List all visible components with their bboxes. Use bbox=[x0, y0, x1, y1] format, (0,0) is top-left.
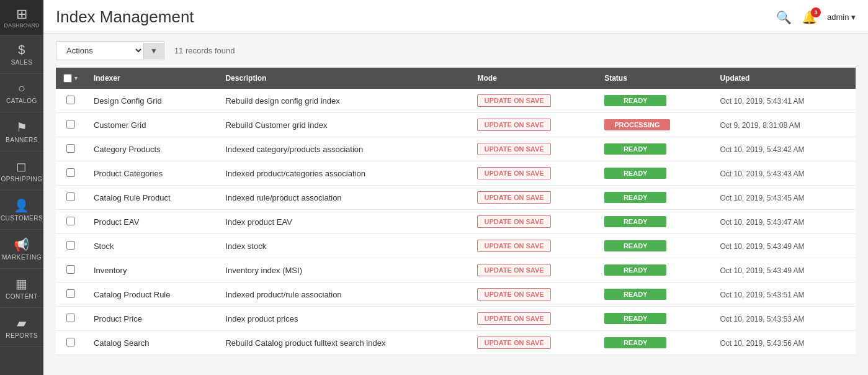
row-indexer: Catalog Search bbox=[86, 331, 218, 355]
mode-badge[interactable]: UPDATE ON SAVE bbox=[477, 240, 550, 252]
status-badge: READY bbox=[604, 313, 666, 324]
mode-badge[interactable]: UPDATE ON SAVE bbox=[477, 191, 550, 204]
opshipping-icon: ◻ bbox=[16, 159, 27, 174]
row-checkbox-cell[interactable] bbox=[56, 161, 86, 186]
table-row: Customer Grid Rebuild Customer grid inde… bbox=[56, 113, 856, 137]
sidebar-item-opshipping[interactable]: ◻ OPSHIPPING bbox=[0, 151, 43, 191]
row-updated: Oct 10, 2019, 5:43:42 AM bbox=[712, 137, 856, 161]
row-status: READY bbox=[597, 331, 712, 355]
mode-badge[interactable]: UPDATE ON SAVE bbox=[477, 288, 550, 300]
row-mode[interactable]: UPDATE ON SAVE bbox=[470, 210, 597, 234]
checkbox-dropdown-arrow[interactable]: ▼ bbox=[73, 75, 79, 81]
table-header-checkbox[interactable]: ▼ bbox=[56, 68, 86, 89]
select-all-checkbox[interactable] bbox=[63, 74, 72, 83]
status-badge: READY bbox=[604, 216, 666, 227]
sidebar-item-label: REPORTS bbox=[6, 332, 38, 339]
sidebar-item-marketing[interactable]: 📢 MARKETING bbox=[0, 230, 43, 269]
row-description: Index product EAV bbox=[218, 210, 470, 234]
sidebar-item-catalog[interactable]: ○ CATALOG bbox=[0, 74, 43, 112]
table-row: Category Products Indexed category/produ… bbox=[56, 137, 856, 161]
row-updated: Oct 10, 2019, 5:43:41 AM bbox=[712, 89, 856, 113]
row-description: Indexed category/products association bbox=[218, 137, 470, 161]
actions-dropdown-wrapper[interactable]: Actions ▼ bbox=[56, 41, 164, 60]
row-updated: Oct 10, 2019, 5:43:51 AM bbox=[712, 282, 856, 307]
mode-badge[interactable]: UPDATE ON SAVE bbox=[477, 143, 550, 155]
row-mode[interactable]: UPDATE ON SAVE bbox=[470, 89, 597, 113]
catalog-icon: ○ bbox=[18, 81, 26, 96]
row-mode[interactable]: UPDATE ON SAVE bbox=[470, 282, 597, 307]
sidebar-item-customers[interactable]: 👤 CUSTOMERS bbox=[0, 191, 43, 230]
row-description: Rebuild Catalog product fulltext search … bbox=[218, 331, 470, 355]
status-badge: READY bbox=[604, 143, 666, 155]
actions-select[interactable]: Actions bbox=[56, 42, 143, 60]
banners-icon: ⚑ bbox=[16, 120, 28, 135]
row-updated: Oct 9, 2019, 8:31:08 AM bbox=[712, 113, 856, 137]
mode-badge[interactable]: UPDATE ON SAVE bbox=[477, 94, 550, 107]
row-checkbox-cell[interactable] bbox=[56, 258, 86, 282]
sales-icon: $ bbox=[18, 43, 25, 57]
row-indexer: Stock bbox=[86, 234, 218, 258]
actions-dropdown-arrow[interactable]: ▼ bbox=[143, 43, 164, 59]
row-updated: Oct 10, 2019, 5:43:49 AM bbox=[712, 234, 856, 258]
row-mode[interactable]: UPDATE ON SAVE bbox=[470, 234, 597, 258]
row-updated: Oct 10, 2019, 5:43:53 AM bbox=[712, 307, 856, 331]
row-checkbox[interactable] bbox=[66, 120, 75, 129]
row-checkbox-cell[interactable] bbox=[56, 234, 86, 258]
row-checkbox[interactable] bbox=[66, 144, 75, 153]
admin-menu[interactable]: admin ▾ bbox=[827, 12, 856, 22]
records-found: 11 records found bbox=[174, 46, 235, 55]
notifications-bell[interactable]: 🔔 3 bbox=[802, 10, 817, 25]
row-description: Rebuild design config grid index bbox=[218, 89, 470, 113]
mode-badge[interactable]: UPDATE ON SAVE bbox=[477, 312, 550, 325]
row-indexer: Category Products bbox=[86, 137, 218, 161]
sidebar-item-content[interactable]: ▦ CONTENT bbox=[0, 269, 43, 308]
sidebar: ⊞ DASHBOARD $ SALES ○ CATALOG ⚑ BANNERS … bbox=[0, 0, 43, 375]
row-mode[interactable]: UPDATE ON SAVE bbox=[470, 113, 597, 137]
row-checkbox-cell[interactable] bbox=[56, 89, 86, 113]
row-checkbox-cell[interactable] bbox=[56, 307, 86, 331]
sidebar-item-dashboard[interactable]: ⊞ DASHBOARD bbox=[0, 0, 43, 35]
table-row: Inventory Inventory index (MSI) UPDATE O… bbox=[56, 258, 856, 282]
row-checkbox[interactable] bbox=[66, 241, 75, 250]
mode-badge[interactable]: UPDATE ON SAVE bbox=[477, 264, 550, 276]
row-checkbox[interactable] bbox=[66, 217, 75, 225]
status-badge: READY bbox=[604, 289, 666, 300]
sidebar-item-sales[interactable]: $ SALES bbox=[0, 35, 43, 74]
row-status: READY bbox=[597, 137, 712, 161]
sidebar-item-label: BANNERS bbox=[6, 137, 38, 143]
row-checkbox[interactable] bbox=[66, 96, 75, 104]
row-checkbox-cell[interactable] bbox=[56, 282, 86, 307]
row-status: READY bbox=[597, 210, 712, 234]
header-actions: 🔍 🔔 3 admin ▾ bbox=[776, 10, 856, 25]
row-mode[interactable]: UPDATE ON SAVE bbox=[470, 307, 597, 331]
row-checkbox-cell[interactable] bbox=[56, 186, 86, 210]
row-indexer: Design Config Grid bbox=[86, 89, 218, 113]
row-checkbox[interactable] bbox=[66, 314, 75, 322]
sidebar-item-label: MARKETING bbox=[2, 254, 42, 261]
header: Index Management 🔍 🔔 3 admin ▾ bbox=[43, 0, 868, 34]
mode-badge[interactable]: UPDATE ON SAVE bbox=[477, 119, 550, 131]
row-checkbox-cell[interactable] bbox=[56, 137, 86, 161]
search-icon[interactable]: 🔍 bbox=[776, 10, 792, 25]
row-checkbox-cell[interactable] bbox=[56, 331, 86, 355]
row-mode[interactable]: UPDATE ON SAVE bbox=[470, 161, 597, 186]
row-description: Rebuild Customer grid index bbox=[218, 113, 470, 137]
sidebar-item-banners[interactable]: ⚑ BANNERS bbox=[0, 112, 43, 151]
row-checkbox[interactable] bbox=[66, 289, 75, 298]
table-header-mode: Mode bbox=[470, 68, 597, 89]
row-checkbox-cell[interactable] bbox=[56, 210, 86, 234]
sidebar-item-label: OPSHIPPING bbox=[1, 176, 42, 183]
row-mode[interactable]: UPDATE ON SAVE bbox=[470, 137, 597, 161]
row-checkbox[interactable] bbox=[66, 168, 75, 177]
row-mode[interactable]: UPDATE ON SAVE bbox=[470, 258, 597, 282]
row-checkbox[interactable] bbox=[66, 192, 75, 201]
row-mode[interactable]: UPDATE ON SAVE bbox=[470, 186, 597, 210]
sidebar-item-reports[interactable]: ▰ REPORTS bbox=[0, 308, 43, 347]
mode-badge[interactable]: UPDATE ON SAVE bbox=[477, 337, 550, 349]
mode-badge[interactable]: UPDATE ON SAVE bbox=[477, 215, 550, 228]
row-checkbox-cell[interactable] bbox=[56, 113, 86, 137]
mode-badge[interactable]: UPDATE ON SAVE bbox=[477, 167, 550, 179]
row-mode[interactable]: UPDATE ON SAVE bbox=[470, 331, 597, 355]
row-checkbox[interactable] bbox=[66, 338, 75, 346]
row-checkbox[interactable] bbox=[66, 265, 75, 274]
